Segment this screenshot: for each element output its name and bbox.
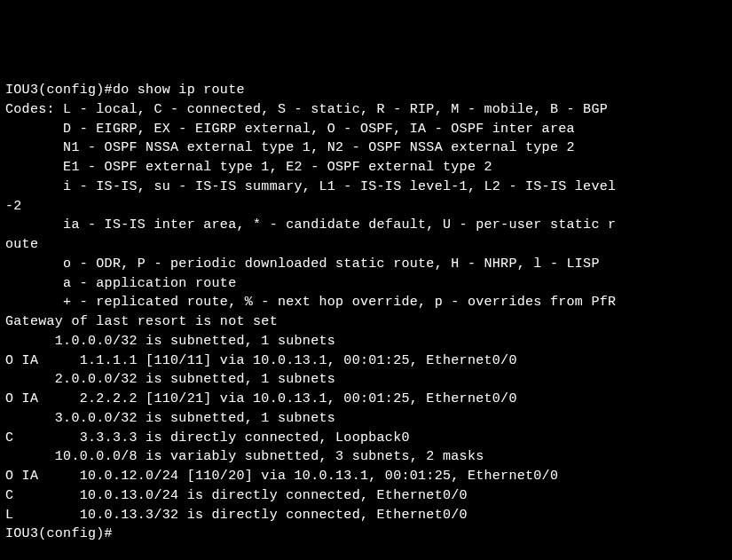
- terminal-line: o - ODR, P - periodic downloaded static …: [5, 255, 727, 274]
- terminal-line: E1 - OSPF external type 1, E2 - OSPF ext…: [5, 158, 727, 177]
- terminal-line: C 3.3.3.3 is directly connected, Loopbac…: [5, 429, 727, 448]
- terminal-line: C 10.0.13.0/24 is directly connected, Et…: [5, 486, 727, 506]
- terminal-line: N1 - OSPF NSSA external type 1, N2 - OSP…: [5, 138, 727, 158]
- terminal-output[interactable]: IOU3(config)#do show ip routeCodes: L - …: [5, 81, 727, 544]
- terminal-line: -2: [5, 197, 727, 217]
- terminal-prompt: IOU3(config)#: [5, 525, 727, 544]
- terminal-line: O IA 2.2.2.2 [110/21] via 10.0.13.1, 00:…: [5, 390, 727, 409]
- terminal-line: Codes: L - local, C - connected, S - sta…: [5, 100, 727, 120]
- terminal-line: IOU3(config)#do show ip route: [5, 81, 727, 100]
- terminal-line: 3.0.0.0/32 is subnetted, 1 subnets: [5, 409, 727, 429]
- terminal-line: a - application route: [5, 274, 727, 294]
- terminal-line: oute: [5, 235, 727, 255]
- terminal-line: Gateway of last resort is not set: [5, 312, 727, 332]
- terminal-line: O IA 1.1.1.1 [110/11] via 10.0.13.1, 00:…: [5, 351, 727, 371]
- terminal-line: 2.0.0.0/32 is subnetted, 1 subnets: [5, 370, 727, 390]
- terminal-line: D - EIGRP, EX - EIGRP external, O - OSPF…: [5, 120, 727, 139]
- terminal-line: + - replicated route, % - next hop overr…: [5, 293, 727, 312]
- terminal-line: 1.0.0.0/32 is subnetted, 1 subnets: [5, 332, 727, 351]
- terminal-line: ia - IS-IS inter area, * - candidate def…: [5, 216, 727, 235]
- terminal-line: 10.0.0.0/8 is variably subnetted, 3 subn…: [5, 447, 727, 467]
- terminal-line: i - IS-IS, su - IS-IS summary, L1 - IS-I…: [5, 177, 727, 197]
- terminal-line: O IA 10.0.12.0/24 [110/20] via 10.0.13.1…: [5, 467, 727, 486]
- terminal-line: L 10.0.13.3/32 is directly connected, Et…: [5, 506, 727, 525]
